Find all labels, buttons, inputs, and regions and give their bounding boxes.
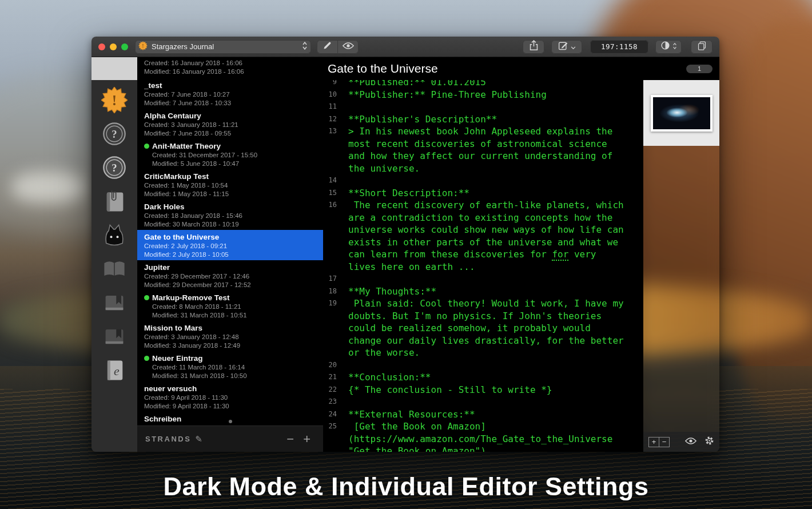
sidebar-item-folder-2[interactable] [102,325,127,350]
app-window: ! Stargazers Journal [91,37,719,452]
preview-mode-button[interactable] [337,40,359,54]
markdown-editor[interactable]: 9**Published:** 01.01.201510**Publisher:… [323,80,643,452]
line-number: 16 [323,199,337,212]
journal-select[interactable]: ! Stargazers Journal [135,40,311,54]
editor-line-text[interactable]: **Conclusion:** [348,371,626,384]
note-list-item[interactable]: Neuer EintragCreated: 11 March 2018 - 16… [137,351,323,381]
note-created: Created: 31 December 2017 - 15:50 [152,151,317,160]
pages-icon [697,41,707,53]
minimize-button[interactable] [110,43,117,50]
ebook-icon: e [102,357,127,385]
note-created: Created: 3 January 2018 - 11:21 [144,121,317,129]
editor-line-text[interactable]: **Publisher's Description** [348,113,626,126]
editor-line-text[interactable]: > In his newest book John Appleseed expl… [348,125,626,174]
note-title: CriticMarkup Test [144,172,317,181]
sidebar-item-journal-alert[interactable]: ! [102,89,127,114]
unsynced-dot-icon [144,356,149,361]
sidebar-item-selected-tile[interactable] [91,57,137,80]
note-list-item[interactable]: neuer versuchCreated: 9 April 2018 - 11:… [137,381,323,412]
remove-note-button[interactable]: − [282,433,298,446]
note-list-item[interactable]: CriticMarkup TestCreated: 1 May 2018 - 1… [137,169,323,200]
note-modified: Modified: 1 May 2018 - 11:15 [144,190,317,198]
editor-line: 10**Publisher:** Pine-Three Publishing [323,89,643,101]
unsynced-dot-icon [144,144,149,149]
sidebar-item-cat[interactable] [102,224,127,249]
open-book-icon [102,256,127,284]
editor-line-text[interactable] [348,174,626,187]
editor-line-text[interactable]: **Publisher:** Pine-Three Publishing [348,89,626,101]
word-char-counter[interactable]: 197:1158 [590,40,648,54]
sidebar-item-folder[interactable] [102,291,127,316]
pencil-icon [323,41,332,53]
note-list-item[interactable]: Mission to MarsCreated: 3 January 2018 -… [137,321,323,351]
line-number: 12 [323,113,337,126]
line-number: 23 [323,396,337,408]
edit-mode-button[interactable] [317,40,337,54]
line-number: 22 [323,384,337,396]
svg-text:!: ! [142,43,144,49]
note-list-item[interactable]: JupiterCreated: 29 December 2017 - 12:46… [137,260,323,291]
close-button[interactable] [98,43,105,50]
sidebar-item-ebook[interactable]: e [102,359,127,384]
share-button[interactable] [523,40,544,54]
editor-line-text[interactable]: **My Thoughts:** [348,285,626,298]
sidebar-item-question-seal-2[interactable]: ? [102,156,127,181]
editor-line-text[interactable] [348,101,626,113]
window-content: ! ? ? [91,57,719,452]
editor-line-text[interactable]: **External Resources:** [348,408,626,421]
page-indicator-dot [229,420,232,423]
attachment-area [643,80,719,146]
add-attachment-button[interactable]: + [648,437,659,447]
settings-button[interactable] [704,436,714,448]
editor-line-text[interactable]: **Published:** 01.01.2015 [348,80,626,89]
editor-line: 16 The recent discovery of earth-like pl… [323,199,643,273]
remove-attachment-button[interactable]: − [659,437,670,447]
editor-line-text[interactable] [348,396,626,408]
galaxy-image [653,97,710,129]
attachment-count-badge[interactable]: 1 [686,65,713,73]
preview-attachment-button[interactable] [685,437,696,447]
video-caption: Dark Mode & Individual Editor Settings [0,472,812,502]
add-note-button[interactable]: + [298,433,315,446]
line-number: 10 [323,89,337,101]
strands-brand-label: STRANDS [145,435,191,443]
note-title: Neuer Eintrag [152,353,317,363]
editor-line-text[interactable] [348,273,626,285]
note-list-item[interactable]: _testCreated: 7 June 2018 - 10:27Modifie… [137,78,323,109]
editor-line-text[interactable]: {* The conclusion - Still to write *} [348,384,626,396]
duplicate-view-button[interactable] [691,40,713,54]
note-list-item[interactable]: Anit-Matter TheoryCreated: 31 December 2… [137,139,323,169]
note-list-item[interactable]: Gate to the UniverseCreated: 2 July 2018… [137,230,323,260]
line-number: 15 [323,187,337,200]
note-modified: Modified: 3 January 2018 - 12:49 [144,341,317,350]
note-modified: Modified: 31 March 2018 - 10:50 [152,372,317,380]
compose-icon [558,41,568,53]
note-list-item[interactable]: Schreiben [137,412,323,426]
zoom-button[interactable] [121,43,128,50]
editor-line-text[interactable]: Plain said: Cool theory! Would it work, … [348,297,626,359]
folder-bookmark-icon [102,324,127,351]
note-modified: Modified: 16 January 2018 - 16:06 [144,67,317,76]
editor-line-text[interactable] [348,359,626,372]
line-number: 11 [323,101,337,113]
note-created: Created: 18 January 2018 - 15:46 [144,212,317,220]
attachment-thumbnail[interactable] [651,95,713,132]
appearance-toggle-button[interactable] [655,40,682,54]
editor-line-text[interactable]: The recent discovery of earth-like plane… [348,199,626,273]
new-note-button[interactable] [551,40,582,54]
cat-icon [102,222,127,250]
sidebar-item-notebook[interactable] [102,190,127,215]
note-list-item[interactable]: Markup-Remove TestCreated: 8 March 2018 … [137,291,323,321]
note-list-item[interactable]: Alpha CentauryCreated: 3 January 2018 - … [137,109,323,139]
editor-line-text[interactable]: [Get the Book on Amazon](https://www.ama… [348,420,626,452]
line-number: 20 [323,359,337,372]
sidebar-item-question-seal[interactable]: ? [102,122,127,148]
note-created: Created: 1 May 2018 - 10:54 [144,181,317,190]
sidebar-item-open-book[interactable] [102,257,127,283]
note-list-item[interactable]: Created: 16 January 2018 - 16:06Modified… [137,57,323,78]
line-number: 25 [323,420,337,433]
note-list-footer: STRANDS ✎ − + [137,426,323,452]
note-title: Markup-Remove Test [152,293,317,303]
note-list-item[interactable]: Dark HolesCreated: 18 January 2018 - 15:… [137,200,323,230]
editor-line-text[interactable]: **Short Description:** [348,187,626,200]
